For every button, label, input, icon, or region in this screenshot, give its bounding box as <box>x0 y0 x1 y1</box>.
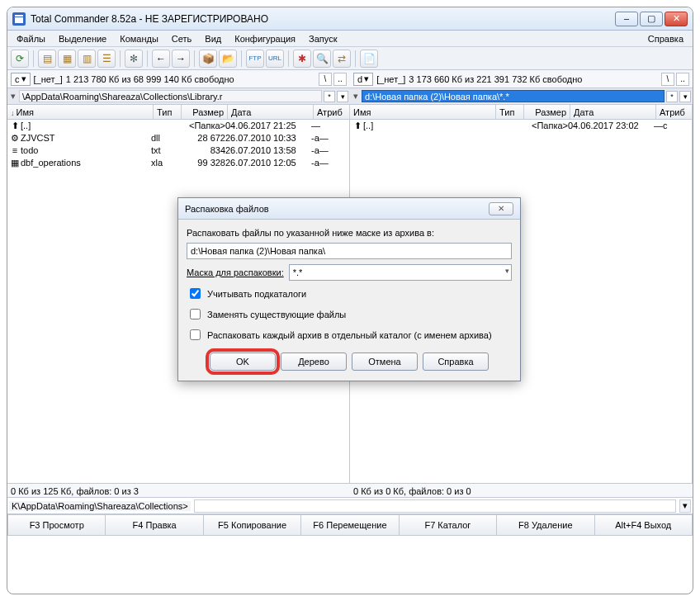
view-thumbs-icon[interactable]: ▥ <box>78 50 96 68</box>
path-input-right[interactable]: d:\Новая папка (2)\Новая папка\*.* <box>362 90 665 102</box>
dialog-close-icon[interactable]: ✕ <box>489 202 513 215</box>
table-row[interactable]: ≡todotxt83426.07.2010 13:58-a— <box>7 144 349 157</box>
chk-subdirs-box[interactable] <box>190 288 201 299</box>
notepad-icon[interactable]: 📄 <box>360 50 378 68</box>
up-button-left[interactable]: .. <box>333 73 347 86</box>
file-name: [..] <box>363 120 494 132</box>
col-name-right[interactable]: Имя <box>350 105 496 119</box>
col-size-left[interactable]: Размер <box>182 105 228 119</box>
root-button-right[interactable]: \ <box>661 73 674 86</box>
fkey-bar: F3 Просмотр F4 Правка F5 Копирование F6 … <box>7 514 693 536</box>
drive-free-left: 1 213 780 Кб из 68 999 140 Кб свободно <box>66 74 234 84</box>
cmdline-history-icon[interactable]: ▾ <box>679 499 691 513</box>
chk-overwrite-label: Заменять существующие файлы <box>207 310 346 319</box>
cancel-button[interactable]: Отмена <box>352 353 418 371</box>
chk-subdirs[interactable]: Учитывать подкаталоги <box>187 286 512 301</box>
dest-input[interactable] <box>187 243 512 259</box>
view-full-icon[interactable]: ▦ <box>58 50 76 68</box>
file-name: ZJVCST <box>21 132 151 144</box>
fav-tab-left[interactable]: * <box>324 91 335 102</box>
file-attr: —c <box>654 120 690 132</box>
menu-mark[interactable]: Выделение <box>53 32 112 45</box>
root-button-left[interactable]: \ <box>319 73 332 86</box>
close-button[interactable]: ✕ <box>665 12 688 26</box>
col-ext-right[interactable]: Тип <box>496 105 524 119</box>
hist-tab-right[interactable]: ▾ <box>679 91 691 102</box>
chk-overwrite[interactable]: Заменять существующие файлы <box>187 306 512 322</box>
up-button-right[interactable]: .. <box>676 73 689 86</box>
table-row[interactable]: ⚙ZJVCSTdll28 67226.07.2010 10:33-a— <box>7 132 349 144</box>
file-date: 26.07.2010 12:05 <box>225 157 311 169</box>
drive-letter-right: d <box>357 74 362 84</box>
col-name-left[interactable]: Имя <box>7 105 154 119</box>
file-size: <Папка> <box>179 120 225 132</box>
col-date-left[interactable]: Дата <box>228 105 314 119</box>
dest-label: Распаковать файлы по указанной ниже маск… <box>187 228 512 238</box>
file-name: dbf_operations <box>21 157 151 169</box>
view-brief-icon[interactable]: ▤ <box>38 50 56 68</box>
path-input-left[interactable]: \AppData\Roaming\Shareaza\Collections\Li… <box>19 90 322 102</box>
menu-commands[interactable]: Команды <box>114 32 164 45</box>
col-attr-right[interactable]: Атриб <box>656 105 693 119</box>
multi-rename-icon[interactable]: ⇄ <box>333 50 351 68</box>
mark-icon[interactable]: ✻ <box>125 50 143 68</box>
hist-tab-left[interactable]: ▾ <box>337 91 348 102</box>
col-ext-left[interactable]: Тип <box>154 105 182 119</box>
reload-icon[interactable]: ⟳ <box>11 50 29 68</box>
f5-button[interactable]: F5 Копирование <box>204 514 301 536</box>
fav-tab-right[interactable]: * <box>666 91 678 102</box>
history-right-icon[interactable]: ▾ <box>352 91 360 102</box>
search-icon[interactable]: 🔍 <box>313 50 331 68</box>
chevron-down-icon: ▾ <box>21 73 26 84</box>
url-icon[interactable]: URL <box>266 50 284 68</box>
f8-button[interactable]: F8 Удаление <box>497 514 594 536</box>
cmdline-cwd: K\AppData\Roaming\Shareaza\Collections> <box>9 501 191 511</box>
chk-separate[interactable]: Распаковать каждый архив в отдельный кат… <box>187 327 512 343</box>
col-attr-left[interactable]: Атриб <box>314 105 350 119</box>
menu-start[interactable]: Запуск <box>303 32 343 45</box>
svg-rect-2 <box>15 17 23 23</box>
drive-select-left[interactable]: c▾ <box>11 73 31 86</box>
f6-button[interactable]: F6 Перемещение <box>301 514 399 536</box>
table-row[interactable]: ⬆[..]<Папка>04.06.2017 21:25— <box>7 120 349 132</box>
menu-files[interactable]: Файлы <box>11 32 51 45</box>
combo-arrow-icon[interactable]: ▾ <box>505 267 509 275</box>
ok-button[interactable]: OK <box>210 353 276 371</box>
sync-icon[interactable]: ✱ <box>293 50 311 68</box>
mask-combo[interactable] <box>289 264 512 281</box>
chk-overwrite-box[interactable] <box>190 309 201 319</box>
mask-label: Маска для распаковки: <box>187 267 284 277</box>
app-icon <box>12 12 26 26</box>
altf4-button[interactable]: Alt+F4 Выход <box>595 514 693 536</box>
file-attr: — <box>311 120 348 132</box>
f4-button[interactable]: F4 Правка <box>106 514 203 536</box>
forward-icon[interactable]: → <box>172 50 190 68</box>
menu-show[interactable]: Вид <box>199 32 227 45</box>
back-icon[interactable]: ← <box>152 50 170 68</box>
menu-help[interactable]: Справка <box>642 32 689 45</box>
minimize-button[interactable]: – <box>615 12 638 26</box>
column-headers: Имя Тип Размер Дата Атриб Имя Тип Размер… <box>7 105 693 120</box>
file-date: 26.07.2010 13:58 <box>225 144 311 157</box>
drive-select-right[interactable]: d▾ <box>353 73 373 86</box>
history-left-icon[interactable]: ▾ <box>9 91 17 102</box>
ftp-icon[interactable]: FTP <box>246 50 264 68</box>
view-tree-icon[interactable]: ☰ <box>97 50 116 68</box>
tree-button[interactable]: Дерево <box>281 353 347 371</box>
maximize-button[interactable]: ▢ <box>640 12 663 26</box>
table-row[interactable]: ▦dbf_operationsxla99 32826.07.2010 12:05… <box>7 157 349 169</box>
status-bar: 0 Кб из 125 Кб, файлов: 0 из 3 0 Кб из 0… <box>7 483 693 498</box>
drive-label-left: [_нет_] <box>34 74 63 84</box>
table-row[interactable]: ⬆[..]<Папка>04.06.2017 23:02—c <box>350 120 692 132</box>
f3-button[interactable]: F3 Просмотр <box>7 514 106 536</box>
menu-net[interactable]: Сеть <box>166 32 197 45</box>
col-size-right[interactable]: Размер <box>524 105 570 119</box>
help-button[interactable]: Справка <box>423 353 489 371</box>
chk-separate-box[interactable] <box>190 329 201 340</box>
cmdline-input[interactable] <box>194 499 676 513</box>
f7-button[interactable]: F7 Каталог <box>400 514 497 536</box>
unpack-icon[interactable]: 📂 <box>219 50 237 68</box>
menu-config[interactable]: Конфигурация <box>229 32 301 45</box>
pack-icon[interactable]: 📦 <box>199 50 217 68</box>
col-date-right[interactable]: Дата <box>570 105 656 119</box>
